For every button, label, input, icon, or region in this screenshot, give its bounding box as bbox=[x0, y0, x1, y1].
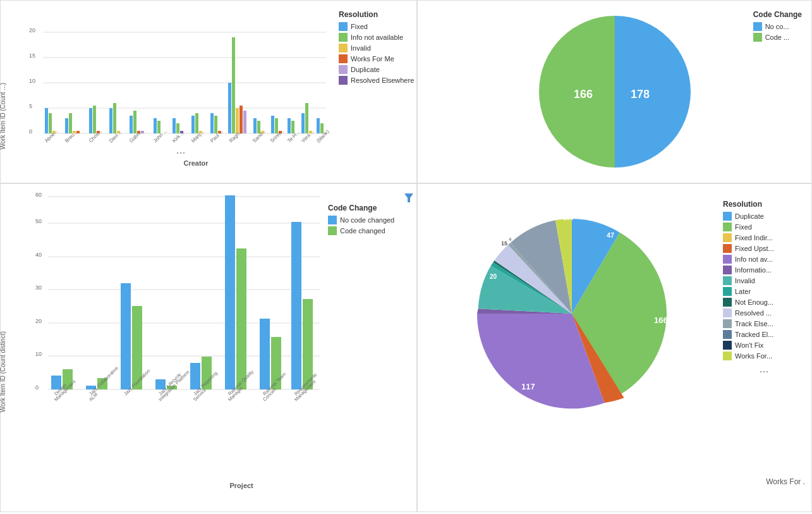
top-left-more-dots: ... bbox=[29, 144, 332, 157]
bottom-left-legend: Code Change No code changed Code changed bbox=[322, 190, 413, 237]
svg-rect-27 bbox=[154, 118, 157, 133]
legend-tracked-el: Tracked El... bbox=[723, 330, 805, 339]
svg-rect-38 bbox=[228, 83, 231, 133]
bottom-right-legend: Resolution Duplicate Fixed Fixed Indir..… bbox=[720, 190, 805, 376]
svg-text:20: 20 bbox=[490, 273, 497, 280]
legend-color-no-code-bottom bbox=[328, 216, 337, 224]
top-left-x-axis-label: Creator bbox=[183, 159, 208, 167]
svg-rect-33 bbox=[195, 113, 198, 133]
svg-text:4: 4 bbox=[629, 396, 632, 402]
svg-rect-32 bbox=[191, 116, 195, 133]
svg-rect-49 bbox=[288, 118, 291, 133]
svg-rect-91 bbox=[121, 283, 131, 389]
legend-info-not-av: Info not av... bbox=[723, 255, 805, 264]
top-right-pie: 178 166 bbox=[533, 9, 697, 174]
svg-text:15: 15 bbox=[501, 240, 507, 247]
legend-fixed-upst: Fixed Upst... bbox=[723, 244, 805, 253]
top-left-panel: Work Item ID (Count ...) 0 5 10 15 20 bbox=[0, 0, 417, 183]
svg-text:47: 47 bbox=[607, 231, 614, 239]
svg-text:44: 44 bbox=[529, 219, 537, 226]
svg-rect-51 bbox=[301, 113, 305, 133]
svg-text:166: 166 bbox=[654, 315, 668, 325]
svg-text:50: 50 bbox=[35, 218, 42, 224]
legend-item-no-code: No co... bbox=[753, 22, 802, 31]
bottom-left-chart: 0 10 20 30 40 50 60 bbox=[35, 190, 326, 399]
legend-color-resolved bbox=[339, 76, 348, 85]
legend-fixed: Fixed bbox=[723, 223, 805, 231]
legend-wont-fix: Won't Fix bbox=[723, 341, 805, 350]
legend-color-no-code bbox=[753, 22, 762, 31]
svg-text:178: 178 bbox=[630, 88, 649, 101]
top-right-legend: Code Change No co... Code ... bbox=[753, 10, 802, 44]
dashboard: Work Item ID (Count ...) 0 5 10 15 20 bbox=[0, 0, 812, 514]
svg-rect-39 bbox=[232, 37, 235, 133]
svg-rect-20 bbox=[109, 108, 112, 133]
top-right-panel: Code Change No co... Code ... 178 166 bbox=[417, 0, 812, 183]
legend-color-info bbox=[339, 33, 348, 42]
svg-rect-54 bbox=[317, 118, 320, 133]
svg-text:60: 60 bbox=[35, 192, 42, 198]
svg-rect-18 bbox=[93, 106, 96, 133]
svg-text:20: 20 bbox=[29, 27, 35, 34]
legend-color-works-for-me bbox=[339, 54, 348, 63]
svg-text:10: 10 bbox=[35, 351, 42, 357]
legend-resolved: Resolved ... bbox=[723, 309, 805, 317]
svg-rect-11 bbox=[49, 113, 52, 133]
svg-text:Jazz Collaborative: Jazz Collaborative bbox=[88, 365, 119, 397]
legend-item-no-code-bottom: No code changed bbox=[328, 216, 413, 224]
svg-text:10: 10 bbox=[29, 78, 35, 84]
svg-rect-97 bbox=[225, 195, 235, 389]
svg-rect-13 bbox=[65, 118, 68, 133]
legend-color-code-changed bbox=[753, 33, 762, 42]
svg-text:20: 20 bbox=[35, 318, 42, 324]
svg-text:40: 40 bbox=[35, 252, 42, 258]
legend-color-code-changed-bottom bbox=[328, 226, 337, 235]
svg-rect-10 bbox=[45, 108, 48, 133]
svg-rect-29 bbox=[173, 118, 176, 133]
legend-informatio: Informatio... bbox=[723, 266, 805, 274]
svg-rect-46 bbox=[271, 116, 274, 133]
svg-rect-52 bbox=[305, 103, 308, 133]
svg-text:100: 100 bbox=[563, 214, 574, 221]
svg-text:0: 0 bbox=[29, 128, 32, 135]
svg-rect-17 bbox=[89, 108, 92, 133]
legend-item-code-changed-bottom: Code changed bbox=[328, 226, 413, 235]
svg-rect-35 bbox=[210, 113, 214, 133]
legend-color-fixed bbox=[339, 22, 348, 31]
bottom-left-y-axis: Work Item ID (Count distinct) bbox=[0, 331, 6, 412]
legend-later: Later bbox=[723, 287, 805, 296]
bottom-right-more-dots: ... bbox=[723, 362, 805, 376]
legend-color-invalid bbox=[339, 44, 348, 52]
filter-icon[interactable] bbox=[404, 193, 413, 202]
svg-rect-24 bbox=[133, 111, 136, 133]
bottom-right-pie: 47 166 4 24 117 3 bbox=[455, 197, 689, 468]
top-left-y-axis: Work Item ID (Count ...) bbox=[0, 83, 6, 149]
legend-item-code-changed: Code ... bbox=[753, 33, 802, 42]
legend-fixed-indir: Fixed Indir... bbox=[723, 233, 805, 242]
svg-text:15: 15 bbox=[29, 52, 35, 59]
svg-rect-36 bbox=[214, 116, 217, 133]
svg-text:0: 0 bbox=[35, 384, 39, 391]
svg-rect-14 bbox=[69, 113, 72, 133]
svg-rect-42 bbox=[243, 111, 246, 133]
legend-track-else: Track Else... bbox=[723, 319, 805, 328]
svg-text:166: 166 bbox=[573, 88, 592, 101]
bottom-right-panel: 47 166 4 24 117 3 bbox=[417, 183, 812, 512]
svg-rect-99 bbox=[260, 319, 270, 389]
legend-duplicate: Duplicate bbox=[723, 212, 805, 221]
svg-text:4: 4 bbox=[509, 236, 512, 242]
top-left-chart: 0 5 10 15 20 bbox=[29, 7, 332, 140]
svg-rect-21 bbox=[113, 103, 116, 133]
svg-rect-43 bbox=[253, 118, 257, 133]
works-for-label: Works For . bbox=[766, 477, 805, 486]
legend-color-duplicate bbox=[339, 65, 348, 74]
bottom-left-x-axis-label: Project bbox=[229, 482, 253, 489]
svg-text:24: 24 bbox=[619, 405, 627, 413]
svg-rect-23 bbox=[130, 116, 133, 133]
svg-text:30: 30 bbox=[35, 285, 42, 291]
legend-invalid: Invalid bbox=[723, 276, 805, 285]
svg-rect-101 bbox=[291, 222, 301, 389]
svg-marker-118 bbox=[404, 193, 413, 202]
bottom-left-panel: Work Item ID (Count distinct) 0 10 20 30… bbox=[0, 183, 417, 512]
svg-rect-98 bbox=[236, 248, 246, 389]
